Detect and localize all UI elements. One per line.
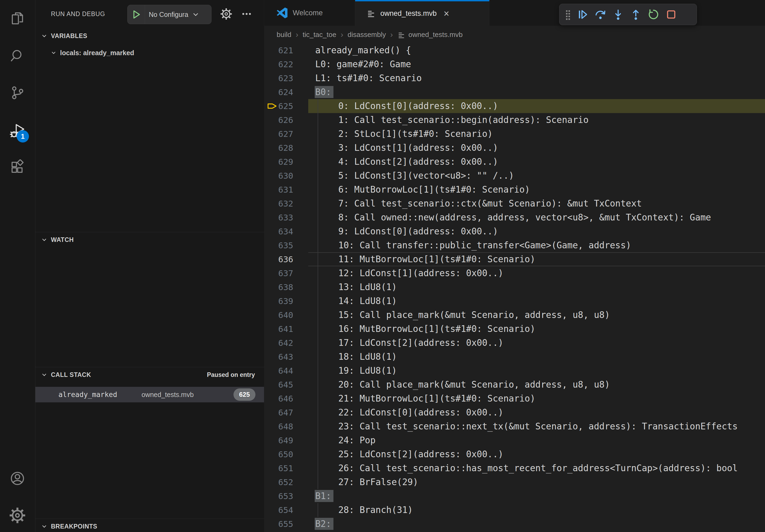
code-line-648[interactable]: 64823: Call test_scenario::next_tx(&mut … [264, 419, 765, 433]
line-content[interactable]: 19: LdU8(1) [308, 364, 765, 378]
gutter-653[interactable]: 653 [264, 489, 308, 503]
gutter-626[interactable]: 626 [264, 113, 308, 127]
code-line-628[interactable]: 6283: LdConst[1](address: 0x00..) [264, 141, 765, 155]
code-line-627[interactable]: 6272: StLoc[1](ts#1#0: Scenario) [264, 127, 765, 141]
gutter-640[interactable]: 640 [264, 308, 308, 322]
explorer-icon[interactable] [10, 11, 25, 26]
line-content[interactable]: 4: LdConst[2](address: 0x00..) [308, 155, 765, 169]
line-content[interactable]: 11: MutBorrowLoc[1](ts#1#0: Scenario) [308, 252, 765, 266]
code-line-636[interactable]: 63611: MutBorrowLoc[1](ts#1#0: Scenario) [264, 252, 765, 266]
code-line-649[interactable]: 64924: Pop [264, 433, 765, 447]
code-line-624[interactable]: 624B0: [264, 85, 765, 99]
gutter-621[interactable]: 621 [264, 43, 308, 57]
gutter-644[interactable]: 644 [264, 364, 308, 378]
code-line-651[interactable]: 65126: Call test_scenario::has_most_rece… [264, 461, 765, 475]
breadcrumb-item-owned_tests.mvb[interactable]: owned_tests.mvb [408, 31, 463, 39]
code-line-643[interactable]: 64318: LdU8(1) [264, 350, 765, 364]
code-line-653[interactable]: 653B1: [264, 489, 765, 503]
gutter-645[interactable]: 645 [264, 378, 308, 392]
gutter-649[interactable]: 649 [264, 433, 308, 447]
toolbar-gripper-icon[interactable] [562, 6, 574, 23]
gutter-641[interactable]: 641 [264, 322, 308, 336]
breadcrumb-item-build[interactable]: build [277, 31, 291, 39]
line-content[interactable]: 20: Call place_mark(&mut Scenario, addre… [308, 378, 765, 392]
code-line-652[interactable]: 65227: BrFalse(29) [264, 475, 765, 489]
line-content[interactable]: 22: LdConst[0](address: 0x00..) [308, 405, 765, 419]
code-line-642[interactable]: 64217: LdConst[2](address: 0x00..) [264, 336, 765, 350]
gutter-631[interactable]: 631 [264, 183, 308, 197]
breadcrumb-item-disassembly[interactable]: disassembly [348, 31, 386, 39]
line-content[interactable]: 10: Call transfer::public_transfer<Game>… [308, 238, 765, 252]
code-line-647[interactable]: 64722: LdConst[0](address: 0x00..) [264, 405, 765, 419]
code-line-639[interactable]: 63914: LdU8(1) [264, 294, 765, 308]
account-icon[interactable] [10, 471, 25, 486]
gutter-654[interactable]: 654 [264, 503, 308, 517]
line-content[interactable]: 1: Call test_scenario::begin(address): S… [308, 113, 765, 127]
search-icon[interactable] [10, 48, 25, 64]
gutter-648[interactable]: 648 [264, 419, 308, 433]
line-content[interactable]: 25: LdConst[2](address: 0x00..) [308, 447, 765, 461]
line-content[interactable]: 23: Call test_scenario::next_tx(&mut Sce… [308, 419, 765, 433]
line-content[interactable]: 6: MutBorrowLoc[1](ts#1#0: Scenario) [308, 183, 765, 197]
settings-gear-icon[interactable] [10, 508, 25, 523]
step-out-button[interactable] [627, 6, 645, 23]
line-content[interactable]: 0: LdConst[0](address: 0x00..) [308, 99, 765, 113]
gutter-630[interactable]: 630 [264, 169, 308, 183]
launch-settings-gear-icon[interactable] [220, 8, 232, 20]
breakpoints-section-header[interactable]: BREAKPOINTS [35, 519, 264, 532]
line-content[interactable]: L0: game#2#0: Game [308, 57, 765, 71]
gutter-624[interactable]: 624 [264, 85, 308, 99]
step-into-button[interactable] [609, 6, 627, 23]
code-line-635[interactable]: 63510: Call transfer::public_transfer<Ga… [264, 238, 765, 252]
gutter-628[interactable]: 628 [264, 141, 308, 155]
gutter-625[interactable]: 625 [264, 99, 308, 113]
locals-scope-row[interactable]: locals: already_marked [35, 46, 264, 60]
line-content[interactable]: 21: MutBorrowLoc[1](ts#1#0: Scenario) [308, 392, 765, 405]
gutter-632[interactable]: 632 [264, 197, 308, 210]
debug-config-dropdown[interactable]: No Configura [127, 5, 212, 24]
line-content[interactable]: 2: StLoc[1](ts#1#0: Scenario) [308, 127, 765, 141]
code-line-650[interactable]: 65025: LdConst[2](address: 0x00..) [264, 447, 765, 461]
code-line-633[interactable]: 6338: Call owned::new(address, address, … [264, 210, 765, 224]
close-tab-icon[interactable]: × [443, 9, 449, 19]
tab-welcome[interactable]: Welcome [264, 0, 355, 26]
continue-button[interactable] [574, 6, 591, 23]
stop-button[interactable] [662, 6, 680, 23]
code-line-640[interactable]: 64015: Call place_mark(&mut Scenario, ad… [264, 308, 765, 322]
line-content[interactable]: 16: MutBorrowLoc[1](ts#1#0: Scenario) [308, 322, 765, 336]
code-line-638[interactable]: 63813: LdU8(1) [264, 280, 765, 294]
step-over-button[interactable] [591, 6, 609, 23]
gutter-647[interactable]: 647 [264, 405, 308, 419]
stack-frame-row[interactable]: already_marked owned_tests.mvb 625 [35, 387, 264, 402]
gutter-629[interactable]: 629 [264, 155, 308, 169]
gutter-634[interactable]: 634 [264, 224, 308, 238]
code-line-625[interactable]: 6250: LdConst[0](address: 0x00..) [264, 99, 765, 113]
gutter-635[interactable]: 635 [264, 238, 308, 252]
source-control-icon[interactable] [10, 85, 25, 101]
line-content[interactable]: B1: [308, 489, 765, 503]
line-content[interactable]: B0: [308, 85, 765, 99]
code-line-622[interactable]: 622L0: game#2#0: Game [264, 57, 765, 71]
watch-section-header[interactable]: WATCH [35, 232, 264, 247]
gutter-646[interactable]: 646 [264, 392, 308, 405]
line-content[interactable]: 14: LdU8(1) [308, 294, 765, 308]
line-content[interactable]: 27: BrFalse(29) [308, 475, 765, 489]
line-content[interactable]: 13: LdU8(1) [308, 280, 765, 294]
line-content[interactable]: 28: Branch(31) [308, 503, 765, 517]
code-line-623[interactable]: 623L1: ts#1#0: Scenario [264, 71, 765, 85]
start-debug-icon[interactable] [131, 9, 142, 20]
code-line-646[interactable]: 64621: MutBorrowLoc[1](ts#1#0: Scenario) [264, 392, 765, 405]
variables-section-header[interactable]: VARIABLES [35, 28, 264, 43]
line-content[interactable]: 8: Call owned::new(address, address, vec… [308, 210, 765, 224]
line-content[interactable]: 24: Pop [308, 433, 765, 447]
code-editor[interactable]: 621already_marked() {622L0: game#2#0: Ga… [264, 43, 765, 532]
restart-button[interactable] [645, 6, 662, 23]
gutter-651[interactable]: 651 [264, 461, 308, 475]
line-content[interactable]: 17: LdConst[2](address: 0x00..) [308, 336, 765, 350]
code-line-621[interactable]: 621already_marked() { [264, 43, 765, 57]
gutter-655[interactable]: 655 [264, 517, 308, 531]
code-line-631[interactable]: 6316: MutBorrowLoc[1](ts#1#0: Scenario) [264, 183, 765, 197]
line-content[interactable]: already_marked() { [308, 43, 765, 57]
code-line-645[interactable]: 64520: Call place_mark(&mut Scenario, ad… [264, 378, 765, 392]
line-content[interactable]: 26: Call test_scenario::has_most_recent_… [308, 461, 765, 475]
